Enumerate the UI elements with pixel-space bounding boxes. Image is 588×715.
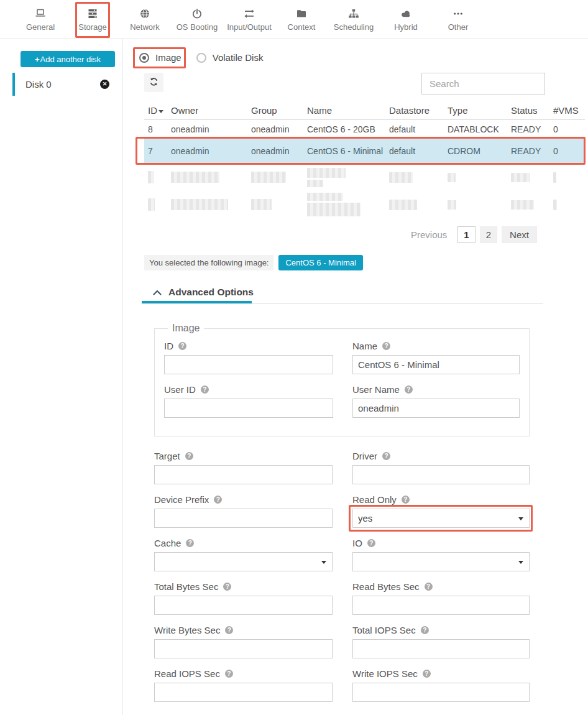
tab-label: OS Booting <box>171 23 223 32</box>
read-bytes-sec-input[interactable] <box>352 596 530 615</box>
column-header-group[interactable]: Group <box>247 105 303 116</box>
field-label: User Name <box>352 384 400 395</box>
field-user-id: User ID? <box>164 384 333 418</box>
radio-selected-icon[interactable] <box>139 53 149 63</box>
image-fieldset: Image ID? Name? User ID? User Name? <box>154 323 530 436</box>
field-label: Total IOPS Sec <box>352 625 416 635</box>
radio-unselected-icon[interactable] <box>196 53 206 63</box>
tab-hybrid[interactable]: Hybrid <box>380 0 432 39</box>
sidebar-item-disk-0[interactable]: Disk 0 ✕ <box>12 73 113 96</box>
cache-select[interactable] <box>154 552 333 571</box>
cell-id: 7 <box>144 145 167 157</box>
cell-datastore: default <box>385 124 444 135</box>
help-icon[interactable]: ? <box>367 539 375 547</box>
cell-id: 8 <box>144 124 167 135</box>
tab-context[interactable]: Context <box>275 0 328 39</box>
column-header-vms[interactable]: #VMS <box>549 105 585 116</box>
image-fieldset-legend: Image <box>168 323 204 334</box>
advanced-options-toggle[interactable]: Advanced Options <box>153 287 254 298</box>
cell-datastore: default <box>385 145 444 157</box>
table-row-image-7-selected[interactable]: 7 oneadmin oneadmin CentOS 6 - Minimal d… <box>144 139 585 164</box>
table-row-redacted[interactable] <box>144 164 585 191</box>
write-iops-sec-input[interactable] <box>352 683 530 702</box>
tab-other[interactable]: Other <box>432 0 484 39</box>
column-header-id[interactable]: ID <box>144 105 167 116</box>
help-icon[interactable]: ? <box>185 452 193 460</box>
user-id-input[interactable] <box>164 399 333 418</box>
cell-owner: oneadmin <box>167 145 247 157</box>
table-row-image-8[interactable]: 8 oneadmin oneadmin CentOS 6 - 20GB defa… <box>144 120 585 139</box>
name-input[interactable] <box>352 355 520 374</box>
field-write-iops-sec: Write IOPS Sec? <box>352 668 530 702</box>
storage-main-panel: Image Volatile Disk ID Owner Group Name … <box>122 39 588 715</box>
column-header-datastore[interactable]: Datastore <box>385 105 444 116</box>
wizard-tabbar: General Storage Network OS Booting Input… <box>0 0 588 39</box>
id-input[interactable] <box>164 355 333 374</box>
tab-label: Storage <box>67 23 119 32</box>
tab-storage[interactable]: Storage <box>67 0 119 39</box>
field-id: ID? <box>164 340 333 374</box>
help-icon[interactable]: ? <box>186 539 194 547</box>
radio-volatile-disk[interactable]: Volatile Disk <box>196 52 264 63</box>
divider <box>142 303 543 304</box>
selected-image-badge[interactable]: CentOS 6 - Minimal <box>278 255 362 270</box>
pagination-page-1[interactable]: 1 <box>457 226 475 243</box>
total-bytes-sec-input[interactable] <box>154 596 333 615</box>
images-table: ID Owner Group Name Datastore Type Statu… <box>144 101 585 218</box>
tab-network[interactable]: Network <box>119 0 171 39</box>
disk-0-label: Disk 0 <box>25 79 52 90</box>
help-icon[interactable]: ? <box>225 626 233 634</box>
driver-input[interactable] <box>352 465 530 484</box>
read-iops-sec-input[interactable] <box>154 683 333 702</box>
target-input[interactable] <box>154 465 333 484</box>
column-header-name[interactable]: Name <box>303 105 385 116</box>
help-icon[interactable]: ? <box>201 385 209 394</box>
power-icon <box>171 7 223 21</box>
search-input[interactable] <box>421 73 545 95</box>
tab-general[interactable]: General <box>14 0 67 39</box>
column-header-owner[interactable]: Owner <box>167 105 247 116</box>
field-label: Read IOPS Sec <box>154 668 220 679</box>
read-only-select[interactable]: yes <box>352 509 530 528</box>
field-label: Read Bytes Sec <box>352 581 420 592</box>
field-device-prefix: Device Prefix? <box>154 494 333 528</box>
help-icon[interactable]: ? <box>382 452 390 460</box>
refresh-button[interactable] <box>144 73 163 92</box>
field-target: Target? <box>154 450 333 484</box>
help-icon[interactable]: ? <box>225 670 233 678</box>
help-icon[interactable]: ? <box>178 342 186 350</box>
write-bytes-sec-input[interactable] <box>154 639 333 658</box>
help-icon[interactable]: ? <box>214 496 222 504</box>
total-iops-sec-input[interactable] <box>352 639 530 658</box>
device-prefix-input[interactable] <box>154 509 333 528</box>
table-row-redacted[interactable] <box>144 191 585 218</box>
help-icon[interactable]: ? <box>402 496 410 504</box>
user-name-input[interactable] <box>352 399 520 418</box>
pagination-page-2[interactable]: 2 <box>480 226 497 243</box>
help-icon[interactable]: ? <box>405 385 413 394</box>
pagination-previous[interactable]: Previous <box>410 229 453 240</box>
io-select[interactable] <box>352 552 530 571</box>
read-only-selected-value: yes <box>358 513 372 524</box>
tab-scheduling[interactable]: Scheduling <box>328 0 380 39</box>
help-icon[interactable]: ? <box>382 342 390 350</box>
help-icon[interactable]: ? <box>421 626 429 634</box>
column-header-status[interactable]: Status <box>507 105 549 116</box>
help-icon[interactable]: ? <box>223 583 231 591</box>
disk-attributes-form: Target? Driver? Device Prefix? Read Only… <box>154 450 530 702</box>
pagination-next[interactable]: Next <box>502 226 537 243</box>
tab-input-output[interactable]: Input/Output <box>223 0 275 39</box>
sort-desc-icon <box>158 110 163 113</box>
column-header-type[interactable]: Type <box>444 105 507 116</box>
help-icon[interactable]: ? <box>423 670 431 678</box>
field-io: IO? <box>352 537 530 571</box>
add-another-disk-button[interactable]: +Add another disk <box>21 51 115 67</box>
help-icon[interactable]: ? <box>425 583 433 591</box>
tab-os-booting[interactable]: OS Booting <box>171 0 223 39</box>
cell-vms: 0 <box>549 124 585 135</box>
radio-image[interactable]: Image <box>139 52 181 63</box>
cell-group: oneadmin <box>247 124 303 135</box>
close-icon[interactable]: ✕ <box>100 80 109 89</box>
field-read-iops-sec: Read IOPS Sec? <box>154 668 333 702</box>
cell-name: CentOS 6 - Minimal <box>303 145 385 157</box>
